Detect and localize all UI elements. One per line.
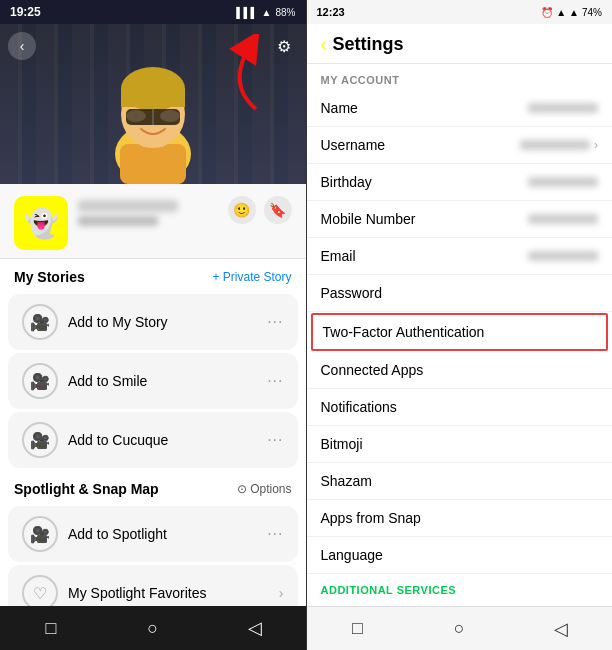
connected-apps-label: Connected Apps	[321, 362, 424, 378]
bookmark-button[interactable]: 🔖	[264, 196, 292, 224]
left-panel: 19:25 ▌▌▌ ▲ 88% ‹ ⊕ ⚙	[0, 0, 306, 650]
spotlight-title: Spotlight & Snap Map	[14, 481, 159, 497]
stories-section: My Stories + Private Story 🎥 Add to My S…	[0, 259, 306, 606]
back-icon: ‹	[20, 38, 25, 54]
more-options-3[interactable]: ···	[267, 431, 283, 449]
left-bottom-nav: □ ○ ◁	[0, 606, 306, 650]
right-time: 12:23	[317, 6, 345, 18]
my-account-section-label: MY ACCOUNT	[307, 64, 613, 90]
alarm-icon: ⏰	[541, 7, 553, 18]
username-chevron: ›	[594, 138, 598, 152]
settings-title: Settings	[333, 34, 404, 55]
bookmark-icon: 🔖	[269, 202, 286, 218]
add-friend-button[interactable]: 🙂	[228, 196, 256, 224]
camera-icon-2: 🎥	[22, 363, 58, 399]
mobile-label: Mobile Number	[321, 211, 416, 227]
spotlight-header: Spotlight & Snap Map ⊙ Options	[0, 471, 306, 503]
hero-icons: ⊕ ⚙	[232, 32, 298, 60]
settings-shazam-item[interactable]: Shazam	[307, 463, 613, 500]
left-nav-back-button[interactable]: ◁	[241, 614, 269, 642]
email-value	[528, 251, 598, 261]
settings-email-item[interactable]: Email	[307, 238, 613, 275]
birthday-label: Birthday	[321, 174, 372, 190]
settings-header: ‹ Settings	[307, 24, 613, 64]
my-stories-title: My Stories	[14, 269, 85, 285]
settings-password-item[interactable]: Password	[307, 275, 613, 312]
gear-icon: ⚙	[277, 37, 291, 56]
svg-point-9	[160, 110, 180, 122]
profile-actions: 🙂 🔖	[228, 196, 292, 224]
right-panel: 12:23 ⏰ ▲ ▲ 74% ‹ Settings MY ACCOUNT Na…	[307, 0, 613, 650]
settings-name-item[interactable]: Name	[307, 90, 613, 127]
settings-bitmoji-item[interactable]: Bitmoji	[307, 426, 613, 463]
settings-apps-snap-item[interactable]: Apps from Snap	[307, 500, 613, 537]
2fa-label: Two-Factor Authentication	[323, 324, 485, 340]
more-options-4[interactable]: ···	[267, 525, 283, 543]
add-to-spotlight-item[interactable]: 🎥 Add to Spotlight ···	[8, 506, 298, 562]
wifi-icon: ▲	[262, 7, 272, 18]
back-button[interactable]: ‹	[8, 32, 36, 60]
add-to-my-story-item[interactable]: 🎥 Add to My Story ···	[8, 294, 298, 350]
signal-icon: ▌▌▌	[236, 7, 257, 18]
chevron-right-icon: ›	[279, 585, 284, 601]
right-status-bar: 12:23 ⏰ ▲ ▲ 74%	[307, 0, 613, 24]
username-label: Username	[321, 137, 386, 153]
settings-hero-button[interactable]: ⚙	[270, 32, 298, 60]
share-icon: ⊕	[240, 37, 253, 56]
settings-2fa-item[interactable]: Two-Factor Authentication	[311, 313, 609, 351]
settings-mobile-item[interactable]: Mobile Number	[307, 201, 613, 238]
profile-handle	[78, 216, 158, 226]
camera-icon-4: 🎥	[22, 516, 58, 552]
name-label: Name	[321, 100, 358, 116]
additional-services-label: ADDITIONAL SERVICES	[307, 574, 613, 600]
password-label: Password	[321, 285, 382, 301]
more-options-2[interactable]: ···	[267, 372, 283, 390]
svg-rect-5	[121, 89, 185, 107]
apps-snap-label: Apps from Snap	[321, 510, 421, 526]
right-nav-back-button[interactable]: ◁	[547, 615, 575, 643]
mobile-value	[528, 214, 598, 224]
my-spotlight-favorites-item[interactable]: ♡ My Spotlight Favorites ›	[8, 565, 298, 606]
left-nav-square-button[interactable]: □	[37, 614, 65, 642]
settings-back-button[interactable]: ‹	[321, 34, 327, 55]
left-time: 19:25	[10, 5, 41, 19]
circle-icon: ○	[147, 618, 158, 639]
settings-language-item[interactable]: Language	[307, 537, 613, 574]
settings-notifications-item[interactable]: Notifications	[307, 389, 613, 426]
add-to-smile-label: Add to Smile	[68, 373, 267, 389]
add-to-smile-item[interactable]: 🎥 Add to Smile ···	[8, 353, 298, 409]
my-stories-header: My Stories + Private Story	[0, 259, 306, 291]
svg-point-8	[126, 110, 146, 122]
private-story-button[interactable]: + Private Story	[212, 270, 291, 284]
add-to-cucuque-label: Add to Cucuque	[68, 432, 267, 448]
right-bottom-nav: □ ○ ◁	[307, 606, 613, 650]
back-nav-icon: ◁	[248, 617, 262, 639]
right-square-icon: □	[352, 618, 363, 639]
settings-connected-apps-item[interactable]: Connected Apps	[307, 352, 613, 389]
right-nav-home-button[interactable]: ○	[445, 615, 473, 643]
bitmoji-svg	[98, 59, 208, 184]
options-button[interactable]: ⊙ Options	[237, 482, 292, 496]
avatar	[93, 54, 213, 184]
signal-icon-right: ▲	[556, 7, 566, 18]
more-options-1[interactable]: ···	[267, 313, 283, 331]
right-status-icons: ⏰ ▲ ▲ 74%	[541, 7, 602, 18]
bitmoji-label: Bitmoji	[321, 436, 363, 452]
camera-icon-1: 🎥	[22, 304, 58, 340]
left-status-icons: ▌▌▌ ▲ 88%	[236, 7, 295, 18]
settings-birthday-item[interactable]: Birthday	[307, 164, 613, 201]
person-icon: 🙂	[233, 202, 250, 218]
email-label: Email	[321, 248, 356, 264]
settings-list: MY ACCOUNT Name Username › Birthday Mobi…	[307, 64, 613, 606]
settings-username-item[interactable]: Username ›	[307, 127, 613, 164]
left-status-bar: 19:25 ▌▌▌ ▲ 88%	[0, 0, 306, 24]
right-nav-square-button[interactable]: □	[343, 615, 371, 643]
profile-name	[78, 200, 178, 212]
add-to-cucuque-item[interactable]: 🎥 Add to Cucuque ···	[8, 412, 298, 468]
share-button[interactable]: ⊕	[232, 32, 260, 60]
heart-icon: ♡	[22, 575, 58, 606]
profile-info: 👻 🙂 🔖	[0, 184, 306, 259]
battery-icon: 88%	[275, 7, 295, 18]
left-nav-home-button[interactable]: ○	[139, 614, 167, 642]
right-circle-icon: ○	[454, 618, 465, 639]
